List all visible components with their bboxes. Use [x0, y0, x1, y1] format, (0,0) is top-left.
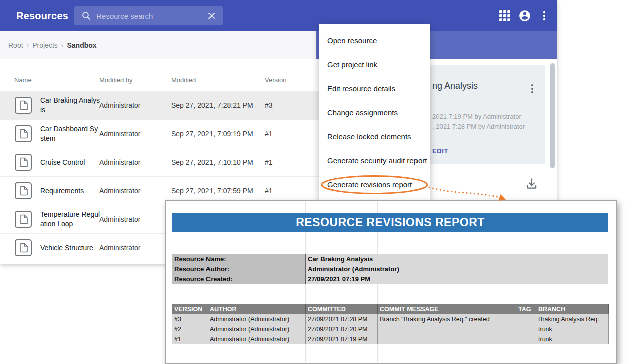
report-column-branch: BRANCH [536, 304, 609, 314]
report-column-commit-message: COMMIT MESSAGE [377, 304, 516, 314]
report-cell: #3 [172, 314, 207, 324]
report-cell [516, 324, 536, 334]
report-cell: Administrator (Administrator) [207, 324, 306, 334]
apps-icon[interactable] [499, 10, 510, 21]
revisions-report-window: RESOURCE REVISIONS REPORT Resource Name:… [165, 200, 617, 364]
cell-version: #1 [265, 158, 273, 166]
report-title: RESOURCE REVISIONS REPORT [172, 213, 608, 232]
report-cell: Branch "Braking Analysis Req." created [377, 314, 516, 324]
report-cell: 27/09/2021 07:20 PM [305, 324, 378, 334]
report-column-version: VERSION [172, 304, 207, 314]
report-label-resource-name: Resource Name: [172, 254, 306, 264]
context-menu: Open resource Get project link Edit reso… [319, 24, 430, 200]
report-cell [377, 324, 516, 334]
menu-item-release-locked-elements[interactable]: Release locked elements [319, 124, 430, 148]
report-cell: Administrator (Administrator) [207, 334, 306, 344]
column-header-modified-by[interactable]: Modified by [99, 76, 132, 84]
report-column-tag: TAG [516, 304, 536, 314]
breadcrumb-item-root[interactable]: Root [8, 41, 23, 49]
menu-item-get-project-link[interactable]: Get project link [319, 52, 430, 76]
account-icon[interactable] [518, 9, 531, 22]
app-header: Resources [0, 0, 557, 31]
menu-item-generate-security-audit-report[interactable]: Generate security audit report [319, 148, 430, 172]
search-box[interactable] [74, 6, 223, 25]
cell-name: Requirements [40, 186, 100, 196]
report-value-resource-name: Car Braking Analysis [305, 254, 608, 264]
report-label-resource-created: Resource Created: [172, 274, 306, 284]
report-cell [516, 314, 536, 324]
detail-created-fragment: 2021 7:19 PM by Administrator [432, 113, 521, 120]
search-input[interactable] [96, 12, 202, 20]
table-row-cruise-control[interactable]: Cruise Control Administrator Sep 27, 202… [0, 148, 323, 177]
overflow-icon[interactable] [539, 10, 549, 22]
cell-modified: Sep 27, 2021, 7:09:19 PM [171, 130, 253, 138]
cell-modified-by: Administrator [99, 215, 140, 223]
table-header: Name Modified by Modified Version [0, 59, 323, 91]
cell-modified-by: Administrator [99, 187, 140, 195]
cell-modified-by: Administrator [99, 130, 140, 138]
report-cell [377, 334, 516, 344]
app-title: Resources [16, 0, 68, 31]
cell-modified: Sep 27, 2021, 7:10:10 PM [171, 158, 253, 166]
column-header-version[interactable]: Version [265, 76, 286, 84]
report-label-resource-author: Resource Author: [172, 264, 306, 274]
download-icon[interactable] [525, 177, 538, 190]
document-icon [14, 239, 32, 257]
menu-item-edit-resource-details[interactable]: Edit resource details [319, 76, 430, 100]
column-header-modified[interactable]: Modified [171, 76, 196, 84]
cell-modified-by: Administrator [99, 158, 140, 166]
document-icon [14, 96, 32, 114]
table-row-car-dashboard-system[interactable]: Car Dashboard System Administrator Sep 2… [0, 120, 323, 148]
report-cell [516, 334, 536, 344]
cell-modified: Sep 27, 2021, 7:28:21 PM [171, 101, 253, 109]
menu-item-open-resource[interactable]: Open resource [319, 28, 430, 52]
breadcrumb-item-sandbox: Sandbox [67, 41, 97, 49]
cell-name: Car Braking Analysis [40, 96, 100, 115]
cell-version: #1 [265, 130, 273, 138]
document-icon [14, 153, 32, 171]
table-row-car-braking-analysis[interactable]: Car Braking Analysis Administrator Sep 2… [0, 91, 323, 120]
column-header-name[interactable]: Name [14, 76, 32, 84]
detail-title-fragment: ng Analysis [432, 81, 478, 91]
report-value-resource-author: Administrator (Administrator) [305, 264, 608, 274]
cell-version: #3 [265, 101, 273, 109]
report-value-resource-created: 27/09/2021 07:19 PM [305, 274, 608, 284]
report-column-author: AUTHOR [207, 304, 306, 314]
detail-modified-fragment: , 2021 7:28 PM by Administrator [432, 123, 525, 130]
report-cell: #2 [172, 324, 207, 334]
cell-modified-by: Administrator [99, 101, 140, 109]
card-more-icon[interactable] [528, 83, 536, 94]
breadcrumb: Root›Projects›Sandbox [8, 31, 97, 59]
report-cell: trunk [536, 324, 609, 334]
clear-search-icon[interactable] [207, 12, 216, 20]
edit-button[interactable]: EDIT [432, 147, 448, 155]
report-cell: 27/09/2021 07:28 PM [305, 314, 378, 324]
report-cell: Administrator (Administrator) [207, 314, 306, 324]
report-cell: #1 [172, 334, 207, 344]
cell-name: Car Dashboard System [40, 124, 100, 143]
report-cell: Braking Analysis Req. [536, 314, 609, 324]
breadcrumb-item-projects[interactable]: Projects [32, 41, 58, 49]
report-column-committed: COMMITTED [305, 304, 378, 314]
search-icon [81, 11, 91, 21]
cell-version: #1 [265, 187, 273, 195]
document-icon [14, 210, 32, 228]
report-cell: 27/09/2021 07:19 PM [305, 334, 378, 344]
header-actions [499, 0, 549, 31]
report-cell: trunk [536, 334, 609, 344]
breadcrumb-separator-icon: › [27, 41, 29, 49]
screenshot-stage: Resources [0, 0, 626, 364]
spreadsheet-grid: RESOURCE REVISIONS REPORT Resource Name:… [166, 201, 616, 363]
breadcrumb-separator-icon: › [61, 41, 64, 49]
scrollbar-thumb[interactable] [550, 63, 555, 168]
cell-modified: Sep 27, 2021, 7:07:59 PM [171, 187, 253, 195]
menu-item-change-assignments[interactable]: Change assignments [319, 100, 430, 124]
cell-modified-by: Administrator [99, 244, 140, 252]
document-icon [14, 182, 32, 200]
document-icon [14, 125, 32, 143]
cell-name: Cruise Control [40, 158, 100, 167]
cell-name: Temperature Regulation Loop [40, 210, 100, 229]
cell-name: Vehicle Structure [40, 243, 100, 253]
menu-item-generate-revisions-report[interactable]: Generate revisions report [319, 172, 430, 196]
